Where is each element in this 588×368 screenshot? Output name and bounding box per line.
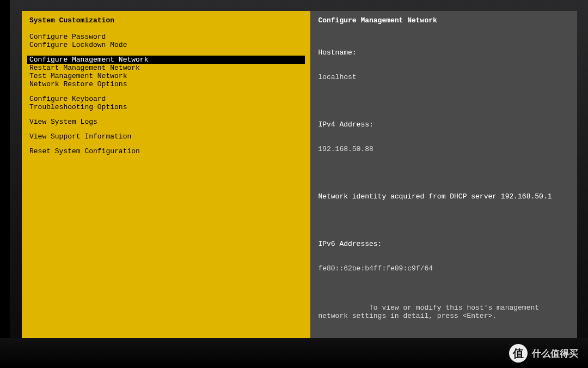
- right-title-text: Configure Management Network: [318, 16, 437, 25]
- left-pane-title: System Customization: [22, 11, 310, 29]
- ipv4-value: 192.168.50.88: [318, 145, 569, 153]
- bezel-left: [0, 0, 10, 368]
- menu-item[interactable]: Troubleshooting Options: [27, 103, 305, 111]
- menu-item[interactable]: Configure Keyboard: [27, 95, 305, 103]
- ipv4-label: IPv4 Address:: [318, 120, 569, 129]
- monitor-frame: System Customization Configure PasswordC…: [0, 0, 588, 368]
- menu-item[interactable]: View System Logs: [27, 118, 305, 126]
- menu-item[interactable]: Network Restore Options: [27, 80, 305, 88]
- right-pane-body: Hostname: localhost IPv4 Address: 192.16…: [310, 29, 577, 338]
- ipv4-block: IPv4 Address: 192.168.50.88: [318, 104, 569, 170]
- menu-item[interactable]: Test Management Network: [27, 72, 305, 80]
- watermark-icon-glyph: 值: [513, 346, 524, 361]
- watermark-text: 什么值得买: [532, 347, 578, 360]
- menu-item[interactable]: Configure Lockdown Mode: [27, 41, 305, 49]
- menu-item[interactable]: View Support Information: [27, 132, 305, 141]
- menu-item[interactable]: Reset System Configuration: [27, 147, 305, 155]
- menu-group: Configure PasswordConfigure Lockdown Mod…: [27, 33, 305, 49]
- ipv6-block: IPv6 Addresses: fe80::62be:b4ff:fe09:c9f…: [318, 224, 569, 289]
- dhcp-line: Network identity acquired from DHCP serv…: [318, 192, 569, 201]
- watermark: 值 什么值得买: [509, 344, 578, 363]
- menu-group: View System Logs: [27, 118, 305, 126]
- menu-group: View Support Information: [27, 132, 305, 141]
- menu-group: Configure KeyboardTroubleshooting Option…: [27, 95, 305, 111]
- hostname-value: localhost: [318, 73, 569, 81]
- left-title-text: System Customization: [29, 16, 114, 25]
- hostname-block: Hostname: localhost: [318, 32, 569, 98]
- menu-item[interactable]: Configure Management Network: [27, 56, 305, 64]
- right-pane-title: Configure Management Network: [310, 11, 577, 29]
- ipv6-value: fe80::62be:b4ff:fe09:c9f/64: [318, 264, 569, 273]
- menu-list: Configure PasswordConfigure Lockdown Mod…: [22, 29, 310, 162]
- hint-text: To view or modify this host's management…: [318, 304, 543, 320]
- bezel-bottom: [0, 338, 588, 368]
- hostname-label: Hostname:: [318, 49, 569, 57]
- screen-area: System Customization Configure PasswordC…: [22, 11, 577, 327]
- menu-group: Reset System Configuration: [27, 147, 305, 155]
- menu-item[interactable]: Configure Password: [27, 33, 305, 41]
- left-pane: System Customization Configure PasswordC…: [22, 11, 310, 354]
- watermark-icon: 值: [509, 344, 528, 363]
- dcui-content: System Customization Configure PasswordC…: [22, 11, 577, 354]
- menu-item[interactable]: Restart Management Network: [27, 64, 305, 72]
- dhcp-block: Network identity acquired from DHCP serv…: [318, 176, 569, 217]
- right-pane: Configure Management Network Hostname: l…: [310, 11, 577, 354]
- menu-group: Configure Management NetworkRestart Mana…: [27, 56, 305, 88]
- hint-block: To view or modify this host's management…: [318, 295, 569, 328]
- ipv6-label: IPv6 Addresses:: [318, 240, 569, 248]
